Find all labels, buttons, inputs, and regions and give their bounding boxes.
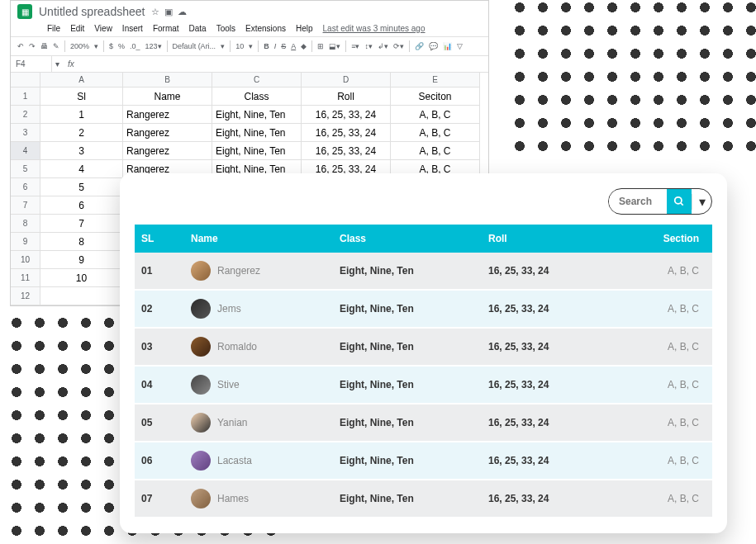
table-row[interactable]: 05 Yanian Eight, Nine, Ten 16, 25, 33, 2… (135, 404, 712, 441)
select-all-cell[interactable] (11, 73, 40, 88)
col-header[interactable]: A (40, 73, 123, 88)
col-header[interactable]: B (123, 73, 212, 88)
row-header[interactable]: 9 (11, 233, 40, 251)
table-row[interactable]: 07 Hames Eight, Nine, Ten 16, 25, 33, 24… (135, 480, 712, 517)
cell[interactable]: A, B, C (391, 142, 480, 160)
merge-icon[interactable]: ⬓▾ (329, 42, 340, 50)
star-icon[interactable]: ☆ (151, 7, 159, 17)
row-header[interactable]: 6 (11, 178, 40, 196)
row-header[interactable]: 12 (11, 287, 40, 305)
cell[interactable]: 4 (40, 160, 123, 178)
bold-button[interactable]: B (264, 42, 269, 50)
strike-button[interactable]: S (281, 42, 286, 50)
undo-icon[interactable]: ↶ (17, 42, 24, 50)
wrap-icon[interactable]: ↲▾ (378, 42, 388, 50)
table-row[interactable]: 02 Jems Eight, Nine, Ten 16, 25, 33, 24 … (135, 291, 712, 327)
comment-icon[interactable]: 💬 (429, 42, 438, 50)
cell[interactable]: 8 (40, 233, 123, 251)
menu-insert[interactable]: Insert (122, 24, 143, 33)
cell[interactable]: 7 (40, 215, 123, 233)
table-row[interactable]: 01 Rangerez Eight, Nine, Ten 16, 25, 33,… (135, 253, 712, 289)
cell[interactable]: Eight, Nine, Ten (212, 124, 302, 142)
cell-reference[interactable]: F4 (11, 56, 52, 72)
cell[interactable]: Name (123, 88, 212, 106)
cell[interactable]: Rangerez (123, 106, 212, 124)
search-dropdown-button[interactable]: ▾ (692, 194, 711, 210)
link-icon[interactable]: 🔗 (415, 42, 424, 50)
document-title[interactable]: Untitled spreadsheet (39, 5, 145, 18)
cell[interactable]: Eight, Nine, Ten (212, 106, 302, 124)
table-row[interactable]: 04 Stive Eight, Nine, Ten 16, 25, 33, 24… (135, 367, 712, 403)
row-header[interactable]: 2 (11, 106, 40, 124)
zoom-select[interactable]: 200% (70, 42, 89, 50)
paint-format-icon[interactable]: ✎ (53, 42, 59, 50)
table-row[interactable]: 03 Romaldo Eight, Nine, Ten 16, 25, 33, … (135, 329, 712, 365)
menu-file[interactable]: File (47, 24, 60, 33)
cell[interactable]: Eight, Nine, Ten (212, 142, 302, 160)
chevron-down-icon[interactable]: ▾ (221, 42, 225, 50)
cell[interactable]: 16, 25, 33, 24 (302, 124, 391, 142)
cell[interactable]: 2 (40, 124, 123, 142)
row-header[interactable]: 1 (11, 88, 40, 106)
table-row[interactable]: 06 Lacasta Eight, Nine, Ten 16, 25, 33, … (135, 442, 712, 479)
cell[interactable]: A, B, C (391, 106, 480, 124)
redo-icon[interactable]: ↷ (29, 42, 36, 50)
menu-tools[interactable]: Tools (216, 24, 235, 33)
font-size[interactable]: 10 (235, 42, 244, 50)
menu-edit[interactable]: Edit (70, 24, 84, 33)
cell[interactable]: Rangerez (123, 142, 212, 160)
chart-icon[interactable]: 📊 (443, 42, 452, 50)
fill-color-icon[interactable]: ◆ (301, 42, 307, 50)
cell[interactable]: 16, 25, 33, 24 (302, 106, 391, 124)
move-icon[interactable]: ▣ (164, 7, 173, 17)
menu-data[interactable]: Data (189, 24, 207, 33)
text-color-button[interactable]: A (291, 42, 296, 50)
cell[interactable]: 3 (40, 142, 123, 160)
halign-icon[interactable]: ≡▾ (351, 42, 359, 50)
cell[interactable]: 16, 25, 33, 24 (302, 142, 391, 160)
menu-help[interactable]: Help (296, 24, 313, 33)
col-header[interactable]: D (302, 73, 391, 88)
cell[interactable]: 1 (40, 106, 123, 124)
cell[interactable]: 10 (40, 269, 123, 287)
search-button[interactable] (667, 189, 692, 214)
menu-format[interactable]: Format (153, 24, 179, 33)
col-header[interactable]: E (391, 73, 480, 88)
row-header[interactable]: 7 (11, 196, 40, 215)
fx-label[interactable]: fx (63, 56, 79, 72)
chevron-down-icon[interactable]: ▾ (249, 42, 253, 50)
cell[interactable]: 5 (40, 178, 123, 196)
cell[interactable]: Rangerez (123, 124, 212, 142)
print-icon[interactable]: 🖶 (40, 42, 48, 50)
row-header[interactable]: 4 (11, 142, 40, 160)
percent-button[interactable]: % (118, 42, 125, 50)
row-header[interactable]: 8 (11, 215, 40, 233)
cell-ref-dropdown-icon[interactable]: ▾ (52, 59, 63, 69)
font-select[interactable]: Default (Ari... (173, 42, 216, 50)
sheets-logo-icon[interactable]: ▦ (17, 4, 32, 19)
menu-extensions[interactable]: Extensions (245, 24, 286, 33)
currency-button[interactable]: $ (109, 42, 113, 50)
cell[interactable]: Sl (40, 88, 123, 106)
search-input[interactable] (609, 191, 667, 212)
cell[interactable]: 9 (40, 251, 123, 269)
last-edit-label[interactable]: Last edit was 3 minutes ago (323, 24, 426, 33)
row-header[interactable]: 3 (11, 124, 40, 142)
filter-icon[interactable]: ▽ (457, 42, 463, 50)
row-header[interactable]: 5 (11, 160, 40, 178)
cell[interactable]: Seciton (391, 88, 480, 106)
cloud-icon[interactable]: ☁ (178, 7, 187, 17)
cell[interactable]: Class (212, 88, 302, 106)
cell[interactable] (40, 287, 123, 305)
row-header[interactable]: 10 (11, 251, 40, 269)
cell[interactable]: 6 (40, 196, 123, 215)
italic-button[interactable]: I (274, 42, 277, 50)
cell[interactable]: Roll (302, 88, 391, 106)
decimal-button[interactable]: .0_ (130, 42, 140, 50)
borders-icon[interactable]: ⊞ (317, 42, 324, 50)
rotate-icon[interactable]: ⟳▾ (393, 42, 404, 50)
menu-view[interactable]: View (94, 24, 112, 33)
cell[interactable]: A, B, C (391, 124, 480, 142)
valign-icon[interactable]: ↕▾ (364, 42, 373, 50)
more-format-button[interactable]: 123▾ (145, 42, 162, 50)
